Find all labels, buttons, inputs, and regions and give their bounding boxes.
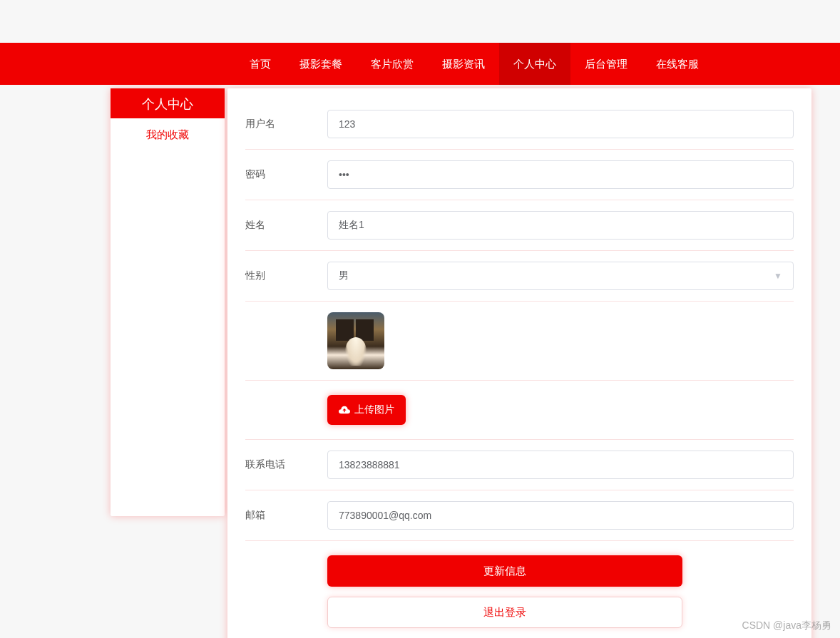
row-phone: 联系电话 <box>245 440 794 490</box>
input-phone[interactable] <box>327 451 794 479</box>
nav-packages[interactable]: 摄影套餐 <box>285 43 357 85</box>
select-gender-value: 男 <box>339 269 349 282</box>
nav-admin[interactable]: 后台管理 <box>570 43 642 85</box>
row-avatar <box>245 302 794 381</box>
row-email: 邮箱 <box>245 490 794 541</box>
update-button[interactable]: 更新信息 <box>327 555 682 587</box>
nav-home[interactable]: 首页 <box>235 43 285 85</box>
row-username: 用户名 <box>245 103 794 150</box>
label-username: 用户名 <box>245 118 327 130</box>
form-panel: 用户名 密码 姓名 性别 男 ▼ 上传图片 <box>227 88 811 638</box>
row-password: 密码 <box>245 150 794 200</box>
cloud-upload-icon <box>339 406 350 414</box>
nav-gallery[interactable]: 客片欣赏 <box>357 43 428 85</box>
logout-button[interactable]: 退出登录 <box>327 597 682 628</box>
label-password: 密码 <box>245 168 327 181</box>
input-password[interactable] <box>327 160 794 189</box>
action-buttons: 更新信息 退出登录 <box>245 541 794 628</box>
row-upload: 上传图片 <box>245 381 794 440</box>
upload-button[interactable]: 上传图片 <box>327 395 406 425</box>
avatar-preview[interactable] <box>327 312 384 369</box>
sidebar: 个人中心 我的收藏 <box>111 88 225 516</box>
label-gender: 性别 <box>245 269 327 282</box>
nav-support[interactable]: 在线客服 <box>642 43 713 85</box>
main-nav: 首页 摄影套餐 客片欣赏 摄影资讯 个人中心 后台管理 在线客服 <box>0 43 840 85</box>
upload-button-label: 上传图片 <box>354 403 394 416</box>
input-email[interactable] <box>327 501 794 530</box>
top-spacer <box>0 0 840 43</box>
sidebar-item-favorites[interactable]: 我的收藏 <box>111 118 225 152</box>
content-area: 个人中心 我的收藏 用户名 密码 姓名 性别 男 ▼ <box>0 85 840 638</box>
chevron-down-icon: ▼ <box>774 271 782 281</box>
input-name[interactable] <box>327 211 794 240</box>
row-name: 姓名 <box>245 200 794 251</box>
row-gender: 性别 男 ▼ <box>245 251 794 302</box>
nav-personal-center[interactable]: 个人中心 <box>499 43 570 85</box>
sidebar-title: 个人中心 <box>111 88 225 118</box>
label-name: 姓名 <box>245 219 327 232</box>
label-email: 邮箱 <box>245 509 327 522</box>
input-username[interactable] <box>327 110 794 138</box>
watermark: CSDN @java李杨勇 <box>742 619 831 632</box>
select-gender[interactable]: 男 ▼ <box>327 262 794 290</box>
label-phone: 联系电话 <box>245 458 327 471</box>
nav-news[interactable]: 摄影资讯 <box>428 43 499 85</box>
